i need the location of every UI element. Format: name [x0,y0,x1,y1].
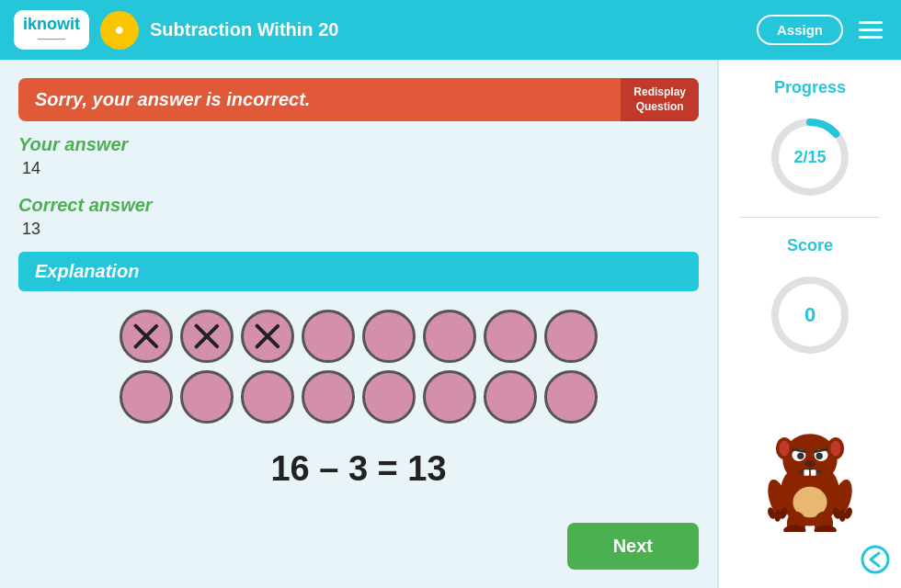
circle-16 [544,370,598,424]
svg-rect-19 [804,469,810,476]
hamburger-line-2 [859,28,883,31]
circle-15 [484,370,537,424]
circles-visual [18,300,699,433]
monster-icon [755,413,865,532]
correct-answer-value: 13 [18,220,699,239]
circle-13 [362,370,416,424]
sidebar: Progress 2/15 Score 0 [717,60,901,588]
circle-2-crossed [180,310,234,363]
circle-14 [423,370,476,424]
svg-point-13 [816,453,823,459]
circle-1-crossed [120,310,173,363]
circles-row-2 [120,370,598,424]
your-answer-label: Your answer [18,134,699,155]
back-button[interactable] [861,545,890,574]
correct-answer-label: Correct answer [18,195,699,216]
circle-4 [302,310,355,363]
circle-9 [120,370,173,424]
svg-point-8 [780,441,790,457]
logo-icon: ● [100,11,139,50]
error-banner: Sorry, your answer is incorrect. Redispl… [18,78,699,121]
logo-dot: ● [115,20,125,40]
progress-label: Progress [774,78,846,97]
hamburger-line-1 [859,21,883,24]
equation: 16 – 3 = 13 [18,442,699,496]
circle-7 [484,310,537,363]
header: iknowit ——— ● Subtraction Within 20 Assi… [0,0,901,60]
logo-text: iknowit [23,16,80,34]
svg-point-18 [811,461,815,465]
progress-ring: 2/15 [769,116,851,198]
your-answer-value: 14 [18,159,699,178]
hamburger-line-3 [859,36,883,39]
page-title: Subtraction Within 20 [150,19,746,40]
progress-value: 2/15 [793,148,826,167]
circles-row-1 [120,310,598,363]
svg-point-17 [805,461,809,465]
circle-5 [362,310,416,363]
hamburger-button[interactable] [854,17,887,43]
logo: iknowit ——— [14,10,89,50]
circle-12 [302,370,355,424]
correct-answer-section: Correct answer 13 [18,191,699,243]
svg-point-34 [862,547,888,572]
svg-point-9 [830,441,840,457]
svg-point-12 [797,453,804,459]
circle-11 [241,370,294,424]
circle-8 [544,310,598,363]
next-button[interactable]: Next [567,523,699,570]
logo-underline: ——— [23,34,80,44]
explanation-header: Explanation [18,252,699,291]
score-ring: 0 [769,274,851,356]
assign-button[interactable]: Assign [757,15,843,45]
main-layout: Sorry, your answer is incorrect. Redispl… [0,60,901,588]
content-area: Sorry, your answer is incorrect. Redispl… [0,60,717,588]
svg-rect-20 [811,469,816,476]
divider-1 [740,217,879,218]
redisplay-button[interactable]: RedisplayQuestion [621,78,699,121]
monster-area [755,375,865,570]
circle-3-crossed [241,310,294,363]
error-message: Sorry, your answer is incorrect. [18,78,621,121]
circle-6 [423,310,476,363]
score-value: 0 [804,303,815,327]
your-answer-section: Your answer 14 [18,130,699,182]
score-label: Score [787,236,833,255]
circle-10 [180,370,234,424]
